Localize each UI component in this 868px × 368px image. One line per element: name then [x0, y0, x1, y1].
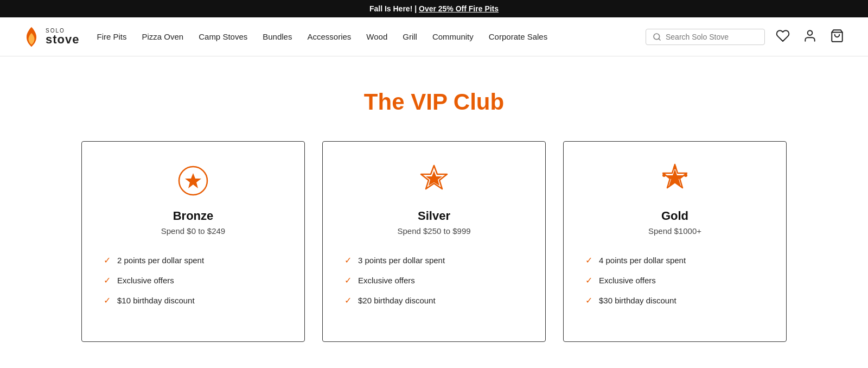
bronze-tier-icon: [176, 163, 210, 198]
search-box[interactable]: [646, 29, 765, 45]
check-icon: ✓: [104, 295, 111, 306]
check-icon: ✓: [344, 255, 352, 265]
gold-benefit-1: ✓ 4 points per dollar spent: [585, 255, 764, 265]
bronze-tier-card: Bronze Spend $0 to $249 ✓ 2 points per d…: [81, 141, 305, 342]
search-input[interactable]: [666, 33, 758, 41]
gold-tier-benefits: ✓ 4 points per dollar spent ✓ Exclusive …: [585, 255, 764, 315]
announcement-link[interactable]: Over 25% Off Fire Pits: [419, 4, 499, 13]
header: solo stove Fire Pits Pizza Oven Camp Sto…: [0, 17, 868, 56]
rewards-icon: [776, 29, 790, 43]
silver-benefit-1: ✓ 3 points per dollar spent: [344, 255, 524, 265]
check-icon: ✓: [585, 275, 592, 285]
nav-camp-stoves[interactable]: Camp Stoves: [199, 32, 247, 41]
check-icon: ✓: [585, 295, 592, 306]
silver-tier-name: Silver: [418, 209, 450, 223]
main-content: The VIP Club Bronze Spend $0 to $249 ✓ 2…: [0, 56, 868, 368]
svg-marker-5: [185, 173, 201, 188]
bronze-tier-name: Bronze: [173, 209, 214, 223]
gold-benefit-3: ✓ $30 birthday discount: [585, 295, 764, 306]
nav-community[interactable]: Community: [432, 32, 474, 41]
svg-point-10: [673, 166, 676, 169]
bronze-tier-benefits: ✓ 2 points per dollar spent ✓ Exclusive …: [104, 255, 283, 315]
rewards-button[interactable]: [774, 27, 792, 47]
nav-fire-pits[interactable]: Fire Pits: [97, 32, 126, 41]
nav-wood[interactable]: Wood: [366, 32, 387, 41]
bronze-benefit-1: ✓ 2 points per dollar spent: [104, 255, 283, 265]
gold-tier-icon: [658, 163, 692, 198]
gold-tier-range: Spend $1000+: [648, 226, 701, 236]
bronze-benefit-2: ✓ Exclusive offers: [104, 275, 283, 285]
svg-line-1: [659, 39, 660, 40]
check-icon: ✓: [344, 275, 352, 285]
cart-button[interactable]: [828, 27, 846, 47]
silver-benefit-3: ✓ $20 birthday discount: [344, 295, 524, 306]
nav-bundles[interactable]: Bundles: [263, 32, 292, 41]
bronze-benefit-3: ✓ $10 birthday discount: [104, 295, 283, 306]
gold-tier-card: Gold Spend $1000+ ✓ 4 points per dollar …: [563, 141, 787, 342]
announcement-bar: Fall Is Here! | Over 25% Off Fire Pits: [0, 0, 868, 17]
gold-tier-name: Gold: [661, 209, 688, 223]
logo[interactable]: solo stove: [22, 26, 79, 48]
bronze-tier-range: Spend $0 to $249: [161, 226, 225, 236]
svg-point-11: [684, 174, 687, 177]
check-icon: ✓: [585, 255, 592, 265]
main-nav: Fire Pits Pizza Oven Camp Stoves Bundles…: [97, 32, 628, 41]
check-icon: ✓: [104, 275, 111, 285]
account-button[interactable]: [801, 27, 819, 47]
gold-benefit-2: ✓ Exclusive offers: [585, 275, 764, 285]
nav-corporate-sales[interactable]: Corporate Sales: [489, 32, 547, 41]
check-icon: ✓: [344, 295, 352, 306]
silver-tier-benefits: ✓ 3 points per dollar spent ✓ Exclusive …: [344, 255, 524, 315]
page-title: The VIP Club: [43, 89, 825, 115]
nav-pizza-oven[interactable]: Pizza Oven: [142, 32, 184, 41]
nav-accessories[interactable]: Accessories: [307, 32, 351, 41]
announcement-text: Fall Is Here! | Over 25% Off Fire Pits: [369, 4, 499, 13]
silver-tier-range: Spend $250 to $999: [397, 226, 470, 236]
svg-point-12: [662, 174, 666, 177]
silver-benefit-2: ✓ Exclusive offers: [344, 275, 524, 285]
flame-icon: [22, 26, 41, 48]
header-right: [646, 27, 846, 47]
cart-icon: [830, 29, 844, 43]
logo-text: solo stove: [46, 28, 79, 46]
svg-point-2: [808, 30, 813, 35]
nav-grill[interactable]: Grill: [403, 32, 417, 41]
silver-tier-icon: [417, 163, 451, 198]
check-icon: ✓: [104, 255, 111, 265]
search-icon: [653, 33, 661, 41]
account-icon: [803, 29, 817, 43]
silver-tier-card: Silver Spend $250 to $999 ✓ 3 points per…: [322, 141, 546, 342]
tier-cards-grid: Bronze Spend $0 to $249 ✓ 2 points per d…: [81, 141, 787, 342]
